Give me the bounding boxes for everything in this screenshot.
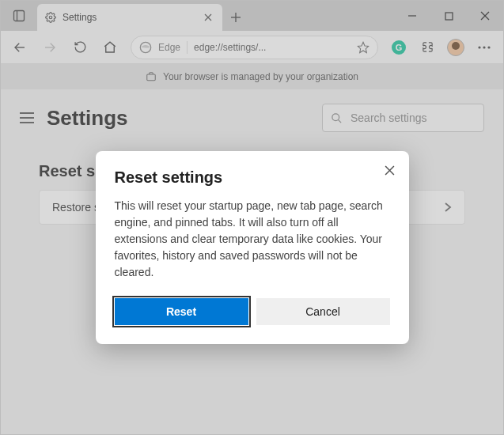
dialog-title: Reset settings <box>115 168 390 187</box>
dialog-close-button[interactable] <box>382 162 398 178</box>
dialog-body: This will reset your startup page, new t… <box>115 198 390 281</box>
reset-button[interactable]: Reset <box>115 298 248 325</box>
reset-settings-dialog: Reset settings This will reset your star… <box>96 151 409 344</box>
cancel-button[interactable]: Cancel <box>256 298 390 325</box>
